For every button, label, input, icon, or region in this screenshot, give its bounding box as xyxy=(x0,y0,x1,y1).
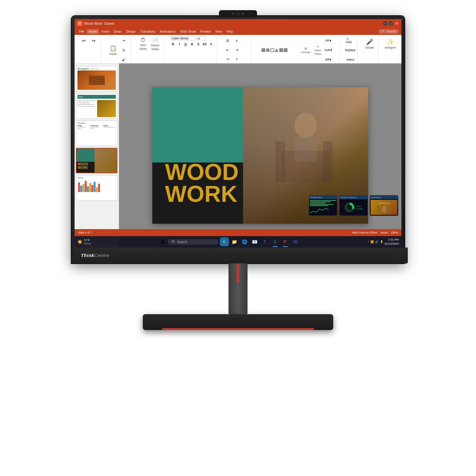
shape-outline-button[interactable]: Outl▼ xyxy=(324,46,333,55)
replace-button[interactable]: Replace xyxy=(346,46,355,55)
search-bar[interactable]: 🔍 Search xyxy=(379,29,399,34)
slide-thumb-3[interactable]: 3 Timeline Today Note text here is a sam… xyxy=(76,121,117,146)
shadow-button[interactable]: S xyxy=(195,41,201,47)
weather-condition: Sunny xyxy=(84,242,91,245)
taskbar-app-outlook[interactable]: 📧 xyxy=(250,237,259,246)
slide4-wood-text: WOODWORK xyxy=(78,162,88,169)
slide5-charts-label: Charts xyxy=(77,177,116,179)
italic-button[interactable]: I xyxy=(176,41,182,47)
designer-button[interactable]: ✨ Designer xyxy=(385,36,396,51)
taskbar-app-powerpoint[interactable]: P xyxy=(281,237,290,246)
monitor-bottom-bezel: ThinkCentre xyxy=(75,248,408,263)
slide-thumb-4[interactable]: 4 WOODWORK xyxy=(76,148,117,173)
slide-thumb-1[interactable]: 1 Woodgrain Jack Purton xyxy=(76,66,117,91)
taskbar-app-teams[interactable]: T xyxy=(261,237,269,246)
char-spacing-button[interactable]: AV xyxy=(202,41,208,47)
cut-button[interactable]: ✂ xyxy=(119,36,128,45)
font-size-select[interactable]: 11 xyxy=(196,36,206,41)
stand-neck xyxy=(228,263,248,314)
bullets-button[interactable]: ☰ xyxy=(223,36,232,45)
stand-red-accent xyxy=(237,263,239,282)
menu-view[interactable]: View xyxy=(213,29,224,34)
preview-architecture[interactable]: architecture architecture xyxy=(370,195,398,216)
preview-contoso-sales[interactable]: Contoso Sale... xyxy=(309,195,337,216)
shape-effects-button[interactable]: Eff▼ xyxy=(324,55,333,64)
menu-insert[interactable]: Insert xyxy=(100,29,111,34)
wifi-icon[interactable]: 📶 xyxy=(370,240,374,243)
weather-icon: ☀️ xyxy=(77,239,83,244)
undo-button[interactable]: ↩ xyxy=(80,36,89,45)
menu-home[interactable]: Home xyxy=(87,29,99,34)
menu-file[interactable]: File xyxy=(77,29,86,34)
close-button[interactable]: ✕ xyxy=(394,21,399,26)
svg-rect-14 xyxy=(323,141,333,182)
notes-button[interactable]: Notes xyxy=(380,231,388,234)
taskbar-app-word[interactable]: W xyxy=(291,237,300,246)
font-color-button[interactable]: A xyxy=(208,41,214,47)
text-direction-button[interactable]: ↕A xyxy=(223,55,232,63)
svg-marker-22 xyxy=(380,204,384,206)
underline-button[interactable]: U xyxy=(183,41,188,47)
bold-button[interactable]: B xyxy=(170,41,176,47)
menu-transitions[interactable]: Transitions xyxy=(138,29,157,34)
slide-panel[interactable]: 1 Woodgrain Jack Purton xyxy=(75,63,119,248)
menu-draw[interactable]: Draw xyxy=(112,29,123,34)
maximize-button[interactable]: □ xyxy=(389,21,393,26)
menu-design[interactable]: Design xyxy=(124,29,137,34)
select-button[interactable]: Select xyxy=(346,55,355,64)
font-name-select[interactable]: Calibri (Body) xyxy=(170,36,195,41)
menu-animations[interactable]: Animations xyxy=(158,29,177,34)
system-tray: ^ 📶 🔊 🔋 xyxy=(368,240,383,243)
svg-point-15 xyxy=(294,113,317,138)
taskbar-app-files[interactable]: 📁 xyxy=(230,237,239,246)
monitor-bezel: P Wood Work Saved ─ □ ✕ File Home xyxy=(71,16,405,263)
chevron-up-icon[interactable]: ^ xyxy=(368,240,369,243)
indent-inc-button[interactable]: ⇥ xyxy=(232,45,241,54)
indent-dec-button[interactable]: ⇤ xyxy=(223,45,232,54)
taskbar-app-excel[interactable]: X xyxy=(271,237,280,246)
format-painter-button[interactable]: 🖌 xyxy=(119,55,128,64)
shape-line[interactable] xyxy=(270,48,274,52)
taskbar-search[interactable]: 🔍 Search xyxy=(168,239,219,245)
floating-preview-windows: Contoso Sale... xyxy=(309,195,398,216)
windows-start-button[interactable]: ⊞ xyxy=(159,238,167,246)
speaker-grille xyxy=(116,252,395,259)
status-bar: Slide 4 of 7 Help Improve Office Notes 1… xyxy=(75,229,401,236)
align-text-button[interactable]: ≡ xyxy=(232,55,241,63)
shape-triangle[interactable] xyxy=(275,48,279,52)
paste-button[interactable]: 📋 Paste xyxy=(107,43,119,58)
menu-review[interactable]: Review xyxy=(198,29,213,34)
new-slide-button[interactable]: 🗒 New Slides xyxy=(137,36,149,51)
clock: 2:31 PM 01/12/2023 xyxy=(385,238,399,246)
shape-rect[interactable] xyxy=(261,48,265,52)
redo-button[interactable]: ↪ xyxy=(89,36,98,45)
shape-fill-button[interactable]: Fill▼ xyxy=(324,36,333,45)
volume-icon[interactable]: 🔊 xyxy=(375,240,379,243)
slide-thumb-5[interactable]: 5 Charts xyxy=(76,175,117,201)
help-text: Help Improve Office xyxy=(352,231,377,234)
find-button[interactable]: 🔍 Find xyxy=(346,36,355,45)
strikethrough-button[interactable]: S xyxy=(189,41,195,47)
shape-rounded-rect[interactable] xyxy=(279,48,283,52)
menu-help[interactable]: Help xyxy=(225,29,235,34)
window-title: Wood Work Saved xyxy=(84,22,381,25)
quick-styles-button[interactable]: ≡QuickStyles xyxy=(312,43,324,58)
shape-other[interactable] xyxy=(284,48,288,52)
reuse-slides-button[interactable]: 📄 Reuse Slides xyxy=(149,36,161,51)
copy-button[interactable]: ⎘ xyxy=(119,46,128,55)
shape-circle[interactable] xyxy=(266,48,270,52)
numbering-button[interactable]: ≡ xyxy=(232,36,241,45)
taskbar-app-contoso[interactable]: C xyxy=(220,237,229,246)
weather-widget: ☀️ 71°F Sunny xyxy=(77,239,91,245)
arrange-button[interactable]: ⊞Arrange xyxy=(300,43,312,58)
zoom-level: 100% xyxy=(391,231,398,234)
dictate-button[interactable]: 🎤 Dictate xyxy=(364,36,375,51)
battery-icon[interactable]: 🔋 xyxy=(380,240,383,243)
preview-group-contoso[interactable]: Group | Contoso R... Sales xyxy=(339,195,368,216)
slide-wood-work-text: WOOD WORK xyxy=(165,161,239,205)
taskbar-right: ^ 📶 🔊 🔋 2:31 PM 01/12/2023 xyxy=(368,238,399,246)
slide-thumb-2[interactable]: 2 Intro With the world turning towards a… xyxy=(76,93,117,119)
taskbar-app-edge[interactable]: 🌐 xyxy=(240,237,249,246)
menu-slideshow[interactable]: Slide Show xyxy=(178,29,198,34)
minimize-button[interactable]: ─ xyxy=(383,21,387,26)
